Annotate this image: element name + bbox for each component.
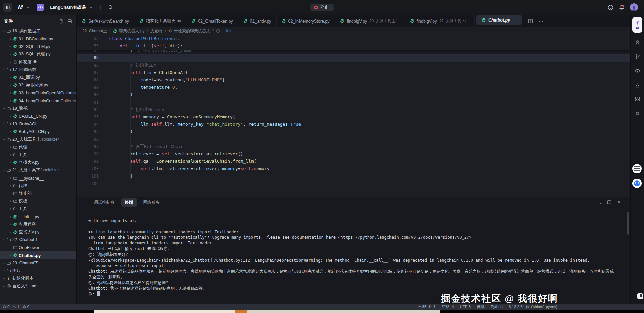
tree-item-label: __pycache__ (19, 176, 44, 181)
tree-item-OneFlower[interactable]: OneFlower (0, 244, 76, 251)
project-chevron-down-icon[interactable] (89, 5, 93, 9)
code-editor[interactable]: 53class ChatbotWithRetrieval:55 def __in… (77, 35, 630, 197)
terminal-line: 你: 请问鲜花哪里好? (88, 252, 617, 258)
tree-item-鲜花店.db[interactable]: 鲜花店.db (0, 58, 76, 66)
activity-bug-button[interactable] (635, 110, 640, 117)
breadcrumb[interactable]: 22_Chatbot上/聊天机器人.py/皮赖特/带检索的聊天机器人/i__in… (77, 27, 630, 35)
breadcrumb-item[interactable]: 带检索的聊天机器人 (168, 28, 210, 34)
tree-item-自述文件.md[interactable]: M自述文件.md (0, 282, 76, 290)
python-icon (13, 91, 17, 95)
editor-tab-findbigV.py[interactable]: findbigV.py21_人脉工具下/... (405, 15, 475, 27)
activity-grid-button[interactable] (635, 96, 640, 103)
tree-item-18_骆驼[interactable]: 18_骆驼 (0, 105, 76, 112)
help-icon[interactable]: ? (608, 5, 613, 10)
editor-tab-02_InMemoryStore.py[interactable]: 02_InMemoryStore.py (277, 15, 335, 27)
status-warning-count[interactable]: 1 (12, 305, 19, 309)
editor-tab-01_arxiv.py[interactable]: 01_arxiv.py (238, 15, 277, 27)
tree-item-初始化脚本[interactable]: $初始化脚本 (0, 275, 76, 282)
window-restore-icon[interactable] (637, 293, 643, 299)
python-icon (13, 222, 17, 227)
python-icon (481, 18, 486, 22)
user-avatar[interactable] (630, 3, 638, 11)
activity-chat-button[interactable] (635, 40, 640, 47)
close-tab-icon[interactable] (513, 17, 517, 23)
editor-tab-bar: SelfAskwithSearch.py结构化工具聊天.py02_GmailTo… (77, 15, 630, 27)
tree-item-23_Chatbot下[interactable]: 23_Chatbot下 (0, 259, 76, 267)
ai-assistant-button[interactable]: AI (632, 17, 642, 33)
breadcrumb-item[interactable]: 聊天机器人.py (113, 28, 144, 34)
tree-item-16_操作数据库[interactable]: 16_操作数据库 (0, 27, 76, 35)
notifications-bell-icon[interactable] (619, 5, 625, 10)
tree-item-查找大V.py[interactable]: 查找大V.py (0, 159, 76, 166)
tree-item-查找大V.py[interactable]: 查找大V.py (0, 228, 76, 236)
search-icon[interactable] (108, 5, 113, 10)
tree-item-图片[interactable]: 图片 (0, 267, 76, 275)
tree-item-工具[interactable]: 工具 (0, 151, 76, 159)
status-info-count[interactable]: 0 (22, 305, 29, 309)
tree-item-20_人脉工具上[interactable]: 20_人脉工具上/socializer (0, 135, 76, 143)
problems-counters[interactable]: 010 (3, 305, 29, 309)
split-terminal-icon[interactable] (607, 200, 612, 205)
panel-tab-网络服务[interactable]: 网络服务 (140, 198, 164, 207)
breadcrumb-item[interactable]: 22_Chatbot上 (82, 28, 107, 34)
status-item[interactable]: 行 85, 列 1 (417, 304, 436, 309)
tree-item-01_回调.py[interactable]: 01_回调.py (0, 74, 76, 81)
tree-item-代理[interactable]: 代理 (0, 143, 76, 151)
activity-eye-button[interactable] (635, 68, 640, 75)
python-icon (82, 19, 86, 23)
tree-item-模板[interactable]: 模板 (0, 197, 76, 205)
app-logo[interactable]: M (18, 4, 22, 11)
new-file-icon[interactable] (59, 19, 64, 24)
tree-item-应用程序[interactable]: 应用程序 (0, 221, 76, 228)
activity-flask-button[interactable] (635, 82, 640, 89)
editor-tab-结构化工具聊天.py[interactable]: 结构化工具聊天.py (134, 15, 186, 27)
tree-item-17_回调函数[interactable]: 17_回调函数 (0, 66, 76, 74)
tree-item-静止的[interactable]: 静止的 (0, 190, 76, 197)
tree-item-label: Chatbot.py (19, 253, 41, 258)
tree-item-代理[interactable]: 代理 (0, 182, 76, 190)
tree-item-CAMEL_CN.py[interactable]: CAMEL_CN.py (0, 112, 76, 120)
tree-item-02_异步回调.py[interactable]: 02_异步回调.py (0, 81, 76, 89)
new-terminal-icon[interactable] (597, 200, 602, 205)
project-name[interactable]: LangChain实战课 (50, 4, 86, 10)
extensions-grid-icon (635, 96, 640, 102)
editor-tab-02_GmailToken.py[interactable]: 02_GmailToken.py (186, 15, 238, 27)
tree-item-03_LangChainOpenAICallback....[interactable]: 03_LangChainOpenAICallback.... (0, 89, 76, 97)
editor-tab-findbigV.py[interactable]: findbigV.py20_人脉工具上/... (335, 15, 405, 27)
activity-branch-button[interactable] (635, 54, 640, 61)
python-icon (113, 29, 117, 33)
status-item[interactable]: Python (491, 305, 503, 309)
breadcrumb-item[interactable]: i__init__ (216, 29, 236, 33)
editor-tab-Chatbot.py[interactable]: Chatbot.py (476, 15, 522, 25)
tree-item-19_BabyAGI[interactable]: 19_BabyAGI (0, 120, 76, 128)
panel-tab-终端[interactable]: 终端 (121, 198, 137, 207)
editor-tab-SelfAskwithSearch.py[interactable]: SelfAskwithSearch.py (77, 15, 134, 27)
status-item[interactable]: UTF-8 (460, 305, 471, 309)
logo-chevron-down-icon[interactable] (26, 5, 30, 9)
breadcrumb-item[interactable]: 皮赖特 (150, 28, 163, 34)
tree-item-BabyAGI_CN.py[interactable]: BabyAGI_CN.py (0, 128, 76, 135)
tree-item-22_Chatbot上[interactable]: 22_Chatbot上 (0, 236, 76, 244)
terminal-scrollbar[interactable] (627, 212, 629, 235)
terminal-output[interactable]: with new imports of: >> from langchain_c… (77, 208, 630, 297)
tree-item-03_SQL_代理.py[interactable]: 03_SQL_代理.py (0, 50, 76, 58)
tree-item-02_SQL_LLM.py[interactable]: 02_SQL_LLM.py (0, 43, 76, 50)
tree-item-__pycache__[interactable]: __pycache__ (0, 174, 76, 182)
status-error-count[interactable]: 0 (3, 305, 9, 309)
panel-tab-调试控制台[interactable]: 调试控制台 (90, 198, 119, 207)
app-launcher-bubble[interactable] (632, 164, 642, 173)
tree-item-label: 应用程序 (19, 222, 36, 227)
close-panel-icon[interactable] (617, 200, 622, 205)
split-editor-icon[interactable] (528, 18, 533, 24)
more-actions-icon[interactable] (538, 18, 544, 24)
tree-item-__init__.py[interactable]: __init__.py (0, 213, 76, 221)
tree-item-21_人脉工具下[interactable]: 21_人脉工具下/socializer (0, 166, 76, 174)
tree-item-Chatbot.py[interactable]: Chatbot.py (0, 251, 76, 259)
tree-item-04_LangChainCustomCallback....[interactable]: 04_LangChainCustomCallback.... (0, 97, 76, 105)
tree-item-工具[interactable]: 工具 (0, 205, 76, 213)
tree-item-01_DBCreation.py[interactable]: 01_DBCreation.py (0, 35, 76, 43)
assistant-bubble[interactable] (632, 179, 642, 188)
sidebar-toggle-button[interactable] (3, 3, 12, 12)
collapse-all-icon[interactable] (67, 19, 72, 24)
stop-button[interactable]: 停止 (311, 4, 334, 11)
